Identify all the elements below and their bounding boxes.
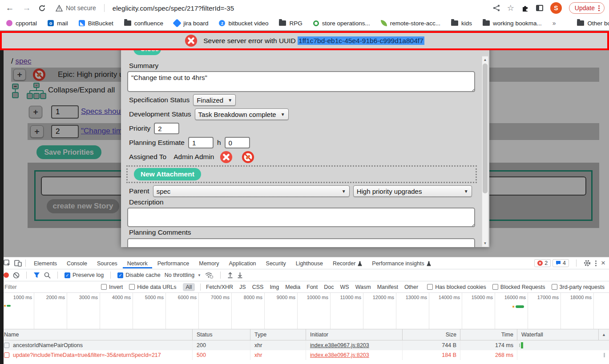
column-header-waterfall[interactable]: Waterfall ▲	[517, 329, 609, 340]
throttling-select[interactable]: No throttling ▼	[165, 272, 201, 278]
filter-type-manifest[interactable]: Manifest	[377, 284, 398, 290]
tab-application[interactable]: Application	[224, 258, 260, 268]
tab-security[interactable]: Security	[262, 258, 290, 268]
request-name[interactable]: ancestorIdNamePairOptions	[13, 342, 83, 348]
device-toolbar-icon[interactable]	[14, 260, 22, 267]
request-name[interactable]: update?includeTimeData=true&filter=-35&r…	[13, 352, 161, 358]
parent-item-select[interactable]: High priority upgrades▼	[353, 185, 472, 197]
filter-funnel-icon[interactable]	[33, 272, 40, 278]
filter-type-css[interactable]: CSS	[252, 284, 264, 290]
column-header-size[interactable]: Size	[403, 329, 460, 340]
remove-assignee-icon[interactable]	[220, 151, 233, 164]
tab-network[interactable]: Network	[123, 258, 152, 268]
import-har-icon[interactable]	[227, 272, 233, 278]
address-bar[interactable]: eleglicity.com/spec/spec/217?filterId=-3…	[113, 4, 234, 12]
filter-type-doc[interactable]: Doc	[324, 284, 334, 290]
bookmark-item[interactable]: RPG	[279, 20, 302, 27]
column-header-type[interactable]: Type	[250, 329, 306, 340]
tab-sources[interactable]: Sources	[93, 258, 122, 268]
filter-type-img[interactable]: Img	[270, 284, 279, 290]
filter-type-font[interactable]: Font	[307, 284, 318, 290]
column-header-time[interactable]: Time	[460, 329, 517, 340]
bookmark-item[interactable]: working bookma...	[483, 20, 542, 27]
other-bookmarks[interactable]: Other bookmarks	[577, 20, 609, 27]
tab-console[interactable]: Console	[62, 258, 92, 268]
bookmark-item[interactable]: store operations...	[313, 20, 370, 27]
hide-data-urls-checkbox[interactable]: Hide data URLs	[129, 284, 176, 290]
disable-cache-checkbox[interactable]: ✓ Disable cache	[117, 272, 161, 278]
back-icon[interactable]: ←	[4, 3, 15, 13]
scrollbar-thumb[interactable]	[483, 64, 488, 193]
preserve-log-checkbox[interactable]: ✓ Preserve log	[65, 272, 104, 278]
bookmark-item[interactable]: remote-store-acc...	[381, 20, 440, 27]
estimate-hours-input[interactable]	[188, 137, 214, 148]
tab-memory[interactable]: Memory	[194, 258, 223, 268]
new-attachment-button[interactable]: New Attachment	[134, 168, 201, 180]
reload-icon[interactable]	[38, 4, 46, 12]
forward-icon[interactable]: →	[21, 3, 32, 13]
menu-dots-icon[interactable]	[598, 5, 600, 11]
filter-type-all[interactable]: All	[183, 283, 195, 291]
bookmark-item[interactable]: cpportal	[6, 20, 37, 27]
bookmarks-overflow-chevron[interactable]: »	[553, 20, 556, 27]
description-textarea[interactable]	[127, 208, 475, 227]
summary-textarea[interactable]: "Change time out to 4hrs"	[127, 71, 475, 92]
tab-recorder[interactable]: Recorder	[328, 258, 367, 268]
filter-type-other[interactable]: Other	[404, 284, 418, 290]
update-button[interactable]: Update	[569, 2, 605, 14]
edit-assignee-disabled-icon[interactable]	[242, 151, 254, 164]
side-panel-icon[interactable]	[536, 5, 543, 11]
filter-type-ws[interactable]: WS	[340, 284, 349, 290]
clear-icon[interactable]	[13, 272, 20, 279]
priority-input[interactable]	[154, 123, 179, 134]
profile-avatar[interactable]: S	[550, 2, 562, 14]
console-messages-badge[interactable]: 4	[553, 259, 569, 267]
tab-elements[interactable]: Elements	[29, 258, 61, 268]
column-header-status[interactable]: Status	[193, 329, 250, 340]
table-row[interactable]: ancestorIdNamePairOptions 200 xhr index.…	[0, 340, 609, 350]
blocked-requests-checkbox[interactable]: Blocked Requests	[492, 284, 545, 290]
extensions-icon[interactable]	[521, 4, 529, 12]
site-security-chip[interactable]: Not secure	[56, 4, 96, 12]
share-icon[interactable]	[493, 4, 500, 12]
invert-checkbox[interactable]: Invert	[101, 284, 123, 290]
bookmark-item[interactable]: kids	[451, 20, 472, 27]
bookmark-item[interactable]: omail	[48, 20, 68, 27]
spec-status-select[interactable]: Finalized▼	[193, 94, 236, 106]
devtools-menu-icon[interactable]	[595, 260, 597, 266]
bookmark-item[interactable]: confluence	[124, 20, 163, 27]
dev-status-select[interactable]: Task Breakdown complete▼	[195, 108, 289, 120]
filter-type-fetch-xhr[interactable]: Fetch/XHR	[206, 284, 233, 290]
scroll-down-icon[interactable]: ▼	[482, 240, 488, 247]
console-errors-badge[interactable]: 2	[534, 259, 551, 267]
sort-ascending-icon[interactable]: ▲	[599, 332, 609, 337]
column-header-name[interactable]: Name	[0, 329, 193, 340]
estimate-minutes-input[interactable]	[225, 137, 250, 148]
request-initiator-link[interactable]: index.e38e0967.js:8203	[310, 342, 369, 348]
settings-gear-icon[interactable]	[584, 260, 591, 267]
modal-scrollbar[interactable]: ▲ ▼	[482, 56, 488, 247]
tab-lighthouse[interactable]: Lighthouse	[291, 258, 327, 268]
scroll-up-icon[interactable]: ▲	[482, 56, 488, 63]
planning-comments-textarea[interactable]	[127, 238, 475, 247]
third-party-requests-checkbox[interactable]: 3rd-party requests	[552, 284, 605, 290]
network-conditions-icon[interactable]	[205, 272, 214, 279]
filter-input[interactable]	[4, 284, 95, 290]
bookmark-star-icon[interactable]: ☆	[507, 3, 514, 13]
bookmark-item[interactable]: jira board	[174, 20, 208, 27]
bookmark-item[interactable]: ◣BitBucket	[79, 20, 113, 27]
filter-type-js[interactable]: JS	[239, 284, 246, 290]
tab-performance-insights[interactable]: Performance insights	[367, 258, 435, 268]
bookmark-item[interactable]: zbitbucket video	[219, 20, 268, 27]
filter-type-wasm[interactable]: Wasm	[355, 284, 371, 290]
search-icon[interactable]	[44, 272, 51, 279]
request-initiator-link[interactable]: index.e38e0967.js:8203	[310, 352, 369, 358]
has-blocked-cookies-checkbox[interactable]: Has blocked cookies	[427, 284, 486, 290]
inspect-element-icon[interactable]	[4, 260, 11, 267]
record-icon[interactable]	[4, 272, 9, 278]
network-overview-timeline[interactable]: 1000 ms 2000 ms 3000 ms 4000 ms 5000 ms …	[0, 293, 609, 329]
attachment-dropzone[interactable]: New Attachment	[126, 165, 477, 183]
export-har-icon[interactable]	[237, 272, 243, 278]
filter-type-media[interactable]: Media	[285, 284, 300, 290]
parent-type-select[interactable]: spec▼	[153, 185, 350, 197]
